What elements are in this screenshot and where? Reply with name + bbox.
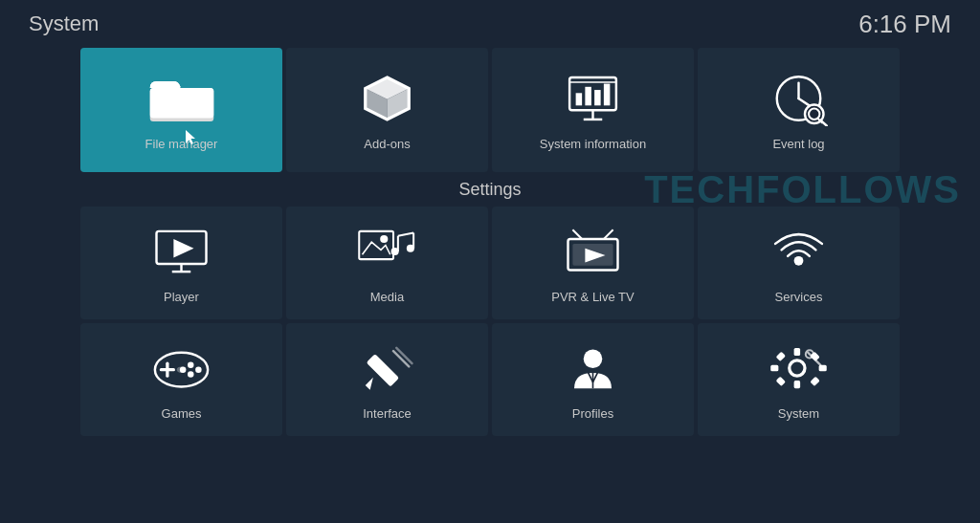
svg-rect-54 (794, 347, 801, 355)
tile-add-ons-label: Add-ons (364, 137, 410, 151)
cursor (186, 130, 197, 145)
svg-rect-10 (594, 90, 601, 105)
svg-rect-61 (810, 376, 819, 385)
services-icon (766, 223, 833, 280)
tile-media[interactable]: Media (286, 207, 488, 319)
tile-player-label: Player (164, 290, 199, 304)
tile-system-information-label: System information (540, 137, 646, 151)
tile-file-manager[interactable]: File manager (80, 48, 282, 172)
svg-point-46 (177, 366, 187, 373)
svg-rect-8 (576, 93, 583, 105)
header: System 6:16 PM (0, 0, 980, 48)
svg-rect-11 (604, 83, 611, 105)
tile-services[interactable]: Services (698, 207, 900, 319)
tile-games-label: Games (162, 406, 202, 421)
tile-player[interactable]: Player (80, 207, 282, 319)
svg-rect-2 (149, 88, 213, 119)
tile-event-log[interactable]: Event log (698, 48, 900, 172)
tile-pvr-live-tv-label: PVR & Live TV (551, 290, 634, 304)
svg-point-44 (188, 371, 194, 378)
svg-point-42 (188, 361, 194, 368)
media-icon (354, 223, 421, 280)
svg-rect-60 (776, 376, 786, 385)
tile-file-manager-label: File manager (145, 137, 218, 151)
svg-point-51 (584, 349, 603, 368)
tile-profiles-label: Profiles (572, 406, 613, 421)
top-tiles-row: File manager Add-ons (0, 48, 980, 172)
tile-pvr-live-tv[interactable]: PVR & Live TV (492, 207, 694, 319)
settings-row-2: Games Interface (0, 323, 980, 436)
svg-line-35 (604, 229, 613, 239)
svg-point-31 (391, 247, 399, 254)
tile-services-label: Services (775, 290, 823, 304)
eventlog-icon (766, 70, 833, 127)
svg-rect-9 (585, 86, 591, 105)
svg-point-53 (790, 360, 805, 375)
tile-interface[interactable]: Interface (286, 323, 488, 436)
tile-system-label: System (778, 406, 819, 421)
svg-point-32 (407, 244, 414, 251)
tile-event-log-label: Event log (772, 137, 824, 151)
svg-point-38 (794, 255, 804, 265)
tile-system-information[interactable]: System information (492, 48, 694, 172)
svg-line-17 (799, 98, 811, 106)
watermark: TECHFOLLOWS (644, 168, 961, 211)
sysinfo-icon (560, 70, 627, 127)
svg-rect-55 (794, 381, 801, 388)
clock: 6:16 PM (858, 10, 951, 39)
svg-point-27 (380, 234, 388, 242)
svg-line-34 (572, 229, 582, 239)
tile-interface-label: Interface (363, 406, 412, 421)
tile-media-label: Media (370, 290, 404, 304)
player-icon (148, 223, 215, 280)
settings-row-1: Player Media (0, 207, 980, 319)
pvr-icon (560, 223, 627, 280)
addons-icon (354, 70, 421, 127)
games-icon (148, 339, 215, 397)
tile-games[interactable]: Games (80, 323, 282, 436)
folder-icon (148, 70, 215, 127)
tile-add-ons[interactable]: Add-ons (286, 48, 488, 172)
settings-label: Settings (458, 180, 521, 200)
system-icon (766, 339, 833, 397)
app-title: System (29, 11, 99, 36)
svg-rect-56 (770, 364, 778, 371)
tile-profiles[interactable]: Profiles (492, 323, 694, 436)
svg-marker-23 (173, 239, 193, 258)
svg-point-43 (195, 366, 202, 373)
svg-rect-58 (776, 351, 786, 360)
svg-marker-48 (366, 377, 373, 389)
interface-icon (354, 339, 421, 397)
profiles-icon (560, 339, 627, 397)
svg-line-28 (398, 232, 413, 235)
tile-system[interactable]: System (698, 323, 900, 436)
settings-section: Settings TECHFOLLOWS (0, 172, 980, 207)
